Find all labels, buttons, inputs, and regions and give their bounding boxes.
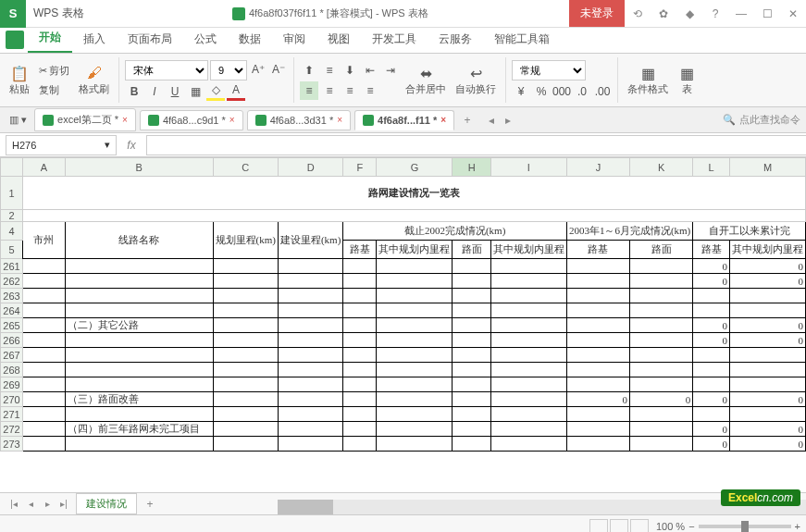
currency-button[interactable]: ¥ (512, 82, 530, 101)
row-header[interactable]: 1 (1, 177, 23, 210)
align-justify-button[interactable]: ≡ (361, 81, 379, 100)
cell-surface-improve[interactable]: （三）路面改善 (65, 392, 213, 407)
row-header[interactable]: 262 (1, 274, 23, 289)
tab-insert[interactable]: 插入 (72, 26, 117, 53)
increase-decimal-button[interactable]: .00 (593, 82, 612, 101)
name-box[interactable]: H276▾ (6, 135, 117, 155)
col-header-h[interactable]: H (453, 158, 490, 177)
minimize-button[interactable]: — (728, 0, 754, 28)
tab-data[interactable]: 数据 (228, 26, 272, 53)
tab-start[interactable]: 开始 (28, 24, 72, 53)
auto-wrap-button[interactable]: ↩ 自动换行 (452, 62, 500, 98)
sheet-next-button[interactable]: ▸ (39, 496, 56, 513)
add-sheet-button[interactable]: + (141, 495, 159, 513)
indent-left-button[interactable]: ⇤ (361, 61, 379, 80)
decrease-font-button[interactable]: A⁻ (269, 60, 288, 79)
row-header[interactable]: 266 (1, 333, 23, 348)
paste-button[interactable]: 📋 粘贴 (6, 62, 33, 98)
row-header[interactable]: 265 (1, 318, 23, 333)
close-tab-icon[interactable]: × (337, 115, 342, 125)
row-header[interactable]: 272 (1, 422, 23, 437)
close-tab-icon[interactable]: × (440, 115, 446, 125)
align-top-button[interactable]: ⬆ (300, 61, 318, 80)
row-header[interactable]: 2 (1, 210, 23, 222)
sheet-tab-active[interactable]: 建设情况 (76, 493, 137, 514)
help-icon[interactable]: ? (702, 0, 728, 28)
align-left-button[interactable]: ≡ (300, 81, 318, 100)
cut-button[interactable]: ✂剪切 (35, 62, 73, 80)
increase-font-button[interactable]: A⁺ (249, 60, 267, 79)
align-bottom-button[interactable]: ⬇ (341, 61, 359, 80)
copy-button[interactable]: 复制 (35, 81, 73, 99)
col-header-i[interactable]: I (490, 158, 566, 177)
tab-smart-tools[interactable]: 智能工具箱 (483, 26, 561, 53)
doc-tab-3[interactable]: 4f6a8f...f11 *× (354, 110, 454, 130)
merge-center-button[interactable]: ⬌ 合并居中 (402, 62, 450, 98)
doc-tab-0[interactable]: excel第二页 *× (34, 108, 136, 131)
settings-icon[interactable]: ✿ (651, 0, 676, 28)
align-center-button[interactable]: ≡ (320, 81, 339, 100)
row-header[interactable]: 5 (1, 241, 23, 259)
row-header[interactable]: 267 (1, 348, 23, 363)
font-name-select[interactable]: 宋体 (125, 60, 208, 80)
col-header-j[interactable]: J (566, 158, 629, 177)
new-doc-button[interactable]: + (458, 111, 477, 130)
font-color-button[interactable]: A (227, 82, 245, 101)
row-header[interactable]: 263 (1, 289, 23, 303)
percent-button[interactable]: % (532, 82, 551, 101)
italic-button[interactable]: I (145, 82, 164, 101)
zoom-slider[interactable] (699, 525, 791, 528)
row-header[interactable]: 271 (1, 407, 23, 422)
command-search[interactable]: 🔍点此查找命令 (723, 113, 800, 127)
spreadsheet-grid[interactable]: A B C D F G H I J K L M 1 路网建设情况一览表 2 4 … (0, 157, 806, 492)
scrollbar-thumb[interactable] (278, 500, 333, 514)
align-middle-button[interactable]: ≡ (320, 61, 339, 80)
table-style-button[interactable]: ▦ 表 (674, 62, 700, 98)
insert-function-button[interactable]: fx (120, 139, 143, 152)
col-header-g[interactable]: G (377, 158, 453, 177)
select-all-corner[interactable] (1, 158, 23, 177)
align-right-button[interactable]: ≡ (341, 81, 359, 100)
tab-page-layout[interactable]: 页面布局 (117, 26, 183, 53)
number-format-select[interactable]: 常规 (512, 60, 586, 80)
underline-button[interactable]: U (166, 82, 184, 101)
indent-right-button[interactable]: ⇥ (381, 61, 400, 80)
col-header-l[interactable]: L (693, 158, 730, 177)
col-header-d[interactable]: D (278, 158, 342, 177)
font-size-select[interactable]: 9 (210, 60, 247, 80)
close-tab-icon[interactable]: × (229, 115, 235, 125)
skin-icon[interactable]: ◆ (676, 0, 702, 28)
sheet-first-button[interactable]: |◂ (6, 496, 22, 513)
col-header-b[interactable]: B (65, 158, 213, 177)
zoom-in-button[interactable]: + (795, 521, 800, 532)
cell-other-roads[interactable]: （二）其它公路 (65, 318, 213, 333)
conditional-format-button[interactable]: ▦ 条件格式 (624, 62, 672, 98)
bold-button[interactable]: B (125, 82, 143, 101)
decrease-decimal-button[interactable]: .0 (573, 82, 591, 101)
col-header-k[interactable]: K (630, 158, 693, 177)
sheet-prev-button[interactable]: ◂ (22, 496, 39, 513)
close-button[interactable]: ✕ (780, 0, 806, 28)
sync-icon[interactable]: ⟲ (625, 0, 651, 28)
border-button[interactable]: ▦ (186, 82, 205, 101)
tab-review[interactable]: 审阅 (272, 26, 316, 53)
row-header[interactable]: 270 (1, 392, 23, 407)
chevron-down-icon[interactable]: ▾ (105, 139, 110, 151)
login-button[interactable]: 未登录 (569, 0, 625, 27)
zoom-out-button[interactable]: − (688, 521, 694, 532)
col-header-m[interactable]: M (729, 158, 805, 177)
doc-list-button[interactable]: ▥ ▾ (6, 112, 31, 128)
app-menu-button[interactable] (6, 31, 24, 49)
tab-dev-tools[interactable]: 开发工具 (361, 26, 428, 53)
row-header[interactable]: 264 (1, 303, 23, 318)
col-header-f[interactable]: F (343, 158, 377, 177)
sheet-last-button[interactable]: ▸| (56, 496, 72, 513)
doc-tab-1[interactable]: 4f6a8...c9d1 *× (140, 110, 243, 130)
view-page-button[interactable] (610, 519, 628, 533)
cell-unfinished[interactable]: （四）前三年路网未完工项目 (65, 422, 213, 437)
view-break-button[interactable] (630, 519, 649, 533)
tab-formula[interactable]: 公式 (183, 26, 228, 53)
format-painter-button[interactable]: 🖌 格式刷 (75, 62, 113, 98)
tab-next-button[interactable]: ▸ (501, 113, 515, 128)
row-header[interactable]: 261 (1, 259, 23, 274)
